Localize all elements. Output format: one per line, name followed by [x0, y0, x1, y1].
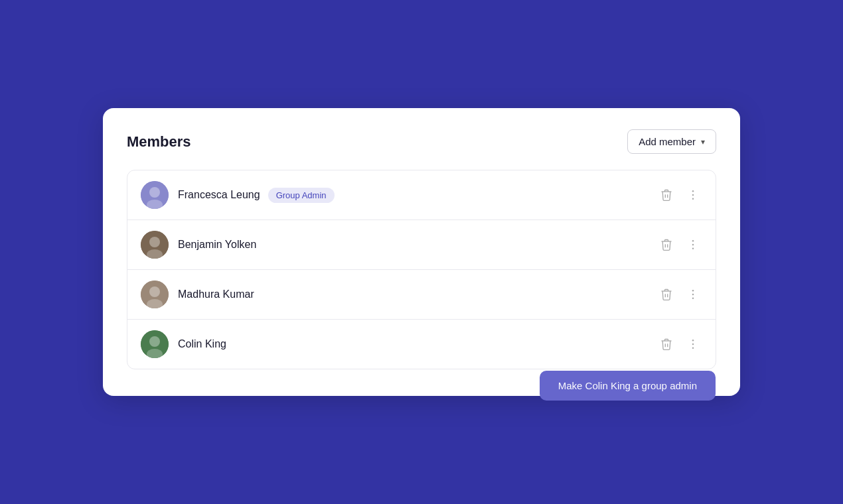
svg-point-3 [692, 190, 694, 192]
group-admin-badge: Group Admin [268, 188, 335, 203]
svg-point-17 [692, 298, 694, 300]
card-title: Members [127, 133, 191, 151]
avatar-francesca [141, 181, 169, 209]
avatar-benjamin [141, 231, 169, 259]
add-member-button[interactable]: Add member ▾ [627, 129, 716, 154]
member-row: Madhura Kumar [127, 270, 716, 320]
avatar-colin [141, 330, 169, 358]
svg-point-13 [149, 286, 160, 297]
more-options-icon [686, 188, 700, 202]
more-options-icon [686, 338, 700, 351]
more-options-button-benjamin[interactable] [684, 235, 702, 254]
member-row: Colin King Make Colin King a group admin [127, 320, 716, 369]
member-actions [657, 285, 702, 304]
members-list: Francesca LeungGroup Admin Benjamin Yolk… [127, 170, 716, 369]
svg-point-1 [149, 187, 160, 198]
make-group-admin-tooltip[interactable]: Make Colin King a group admin [540, 371, 716, 401]
member-row: Francesca LeungGroup Admin [127, 170, 716, 220]
delete-member-button-madhura[interactable] [657, 285, 676, 304]
member-actions [657, 186, 702, 204]
trash-icon [660, 238, 673, 251]
member-name-text: Francesca Leung [178, 189, 260, 201]
member-name-francesca: Francesca LeungGroup Admin [178, 188, 657, 203]
trash-icon [660, 338, 673, 351]
svg-point-7 [149, 237, 160, 247]
trash-icon [660, 288, 673, 301]
avatar-madhura [141, 281, 169, 308]
delete-member-button-francesca[interactable] [657, 186, 676, 204]
delete-member-button-benjamin[interactable] [657, 235, 676, 254]
member-actions [657, 235, 702, 254]
svg-point-15 [692, 290, 694, 292]
member-actions [657, 335, 702, 353]
svg-point-10 [692, 244, 694, 246]
member-row: Benjamin Yolken [127, 220, 716, 270]
member-name-madhura: Madhura Kumar [178, 288, 657, 300]
add-member-label: Add member [639, 136, 696, 147]
svg-point-16 [692, 294, 694, 296]
svg-point-21 [692, 340, 694, 342]
svg-point-9 [692, 240, 694, 242]
trash-icon [660, 188, 673, 202]
member-name-benjamin: Benjamin Yolken [178, 239, 657, 251]
more-options-icon [686, 288, 700, 301]
svg-point-11 [692, 248, 694, 250]
more-options-button-colin[interactable] [684, 335, 702, 353]
more-options-button-madhura[interactable] [684, 285, 702, 304]
svg-point-22 [692, 344, 694, 346]
chevron-down-icon: ▾ [701, 137, 705, 147]
member-name-text: Colin King [178, 338, 226, 350]
svg-point-4 [692, 194, 694, 196]
card-header: Members Add member ▾ [127, 129, 716, 154]
member-name-text: Benjamin Yolken [178, 239, 256, 251]
svg-point-5 [692, 198, 694, 200]
more-options-icon [686, 238, 700, 251]
more-options-button-francesca[interactable] [684, 186, 702, 204]
svg-point-23 [692, 347, 694, 349]
members-card: Members Add member ▾ Francesca LeungGrou… [103, 108, 740, 396]
member-name-text: Madhura Kumar [178, 288, 254, 300]
svg-point-19 [149, 336, 160, 347]
member-name-colin: Colin King [178, 338, 657, 350]
delete-member-button-colin[interactable] [657, 335, 676, 353]
